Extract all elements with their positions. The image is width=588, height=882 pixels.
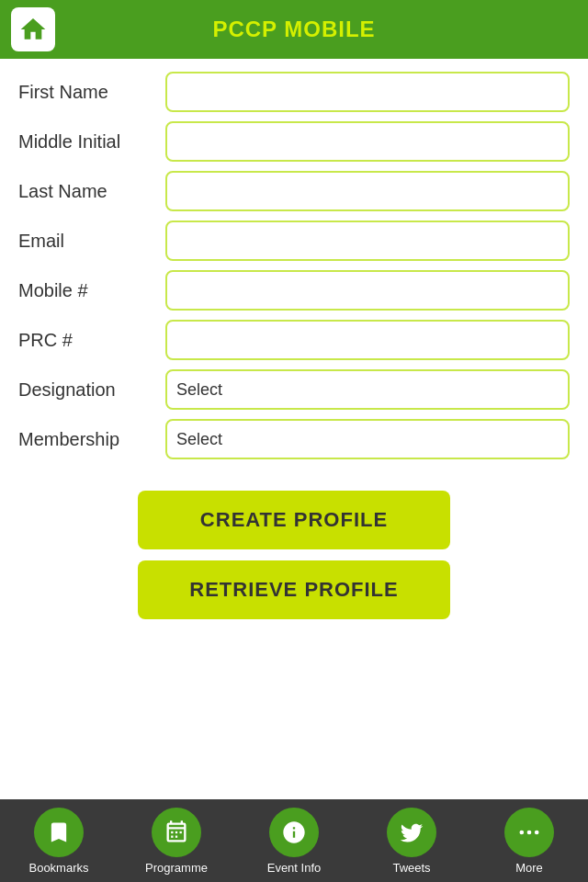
last-name-input-label: Last Name [18,181,165,202]
designation-select-label: Designation [18,379,165,401]
bookmarks-nav[interactable]: Bookmarks [8,808,109,875]
main-content: First NameMiddle InitialLast NameEmailMo… [0,59,588,799]
footer: Bookmarks Programme Event Info [0,799,588,882]
bookmarks-label: Bookmarks [28,861,88,875]
home-button[interactable] [11,7,55,51]
header: PCCP MOBILE [0,0,588,59]
first-name-input-row: First Name [18,72,570,112]
programme-icon-circle [152,808,201,857]
email-input-label: Email [18,231,165,252]
more-icon [516,820,542,845]
email-input[interactable] [165,220,570,261]
svg-rect-1 [175,831,177,832]
button-area: CREATE PROFILE RETRIEVE PROFILE [0,481,588,628]
more-nav[interactable]: More [479,808,580,875]
first-name-input[interactable] [165,72,570,112]
mobile-input-label: Mobile # [18,280,165,301]
more-icon-circle [504,808,554,857]
last-name-input-row: Last Name [18,171,570,211]
bookmarks-icon-circle [34,808,84,857]
calendar-icon [164,820,189,845]
more-label: More [515,861,543,875]
middle-initial-input-row: Middle Initial [18,121,570,162]
svg-rect-4 [175,835,177,837]
bookmark-icon [46,820,72,845]
middle-initial-input[interactable] [165,121,570,162]
home-icon [18,15,48,44]
middle-initial-input-label: Middle Initial [18,131,165,153]
first-name-input-label: First Name [18,82,165,103]
retrieve-profile-button[interactable]: RETRIEVE PROFILE [138,560,450,619]
last-name-input[interactable] [165,171,570,211]
membership-select[interactable]: Select [165,419,570,459]
info-icon [281,820,307,845]
app-title: PCCP MOBILE [212,17,375,42]
form-area: First NameMiddle InitialLast NameEmailMo… [0,59,588,481]
designation-select[interactable]: Select [165,369,570,410]
svg-point-7 [535,830,539,834]
tweets-label: Tweets [392,861,430,875]
svg-point-5 [520,830,525,834]
event-info-nav[interactable]: Event Info [243,808,345,875]
prc-input-label: PRC # [18,330,165,351]
event-info-label: Event Info [267,861,322,875]
prc-input-row: PRC # [18,320,570,360]
membership-select-label: Membership [18,429,165,450]
create-profile-button[interactable]: CREATE PROFILE [138,491,450,549]
email-input-row: Email [18,220,570,261]
mobile-input[interactable] [165,270,570,311]
programme-label: Programme [145,861,208,875]
twitter-icon [399,820,424,845]
svg-rect-0 [171,831,173,832]
programme-nav[interactable]: Programme [126,808,227,875]
mobile-input-row: Mobile # [18,270,570,311]
designation-select-row: DesignationSelect [18,369,570,410]
svg-rect-3 [171,835,173,837]
svg-point-6 [527,830,532,834]
svg-rect-2 [180,831,182,832]
membership-select-row: MembershipSelect [18,419,570,459]
tweets-nav[interactable]: Tweets [361,808,462,875]
event-info-icon-circle [269,808,319,857]
tweets-icon-circle [387,808,436,857]
prc-input[interactable] [165,320,570,360]
